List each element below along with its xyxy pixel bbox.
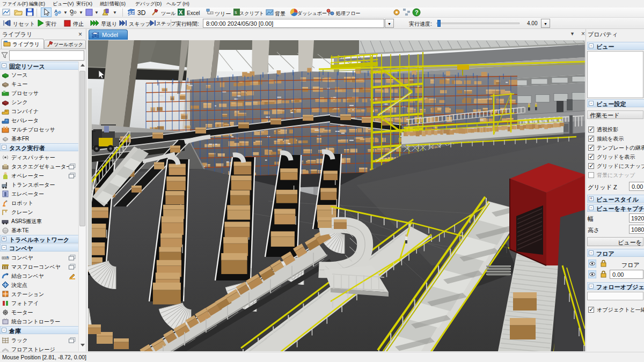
svg-text:?: ? bbox=[415, 9, 419, 16]
svg-text:s: s bbox=[235, 10, 237, 15]
svg-text:X: X bbox=[179, 9, 183, 16]
